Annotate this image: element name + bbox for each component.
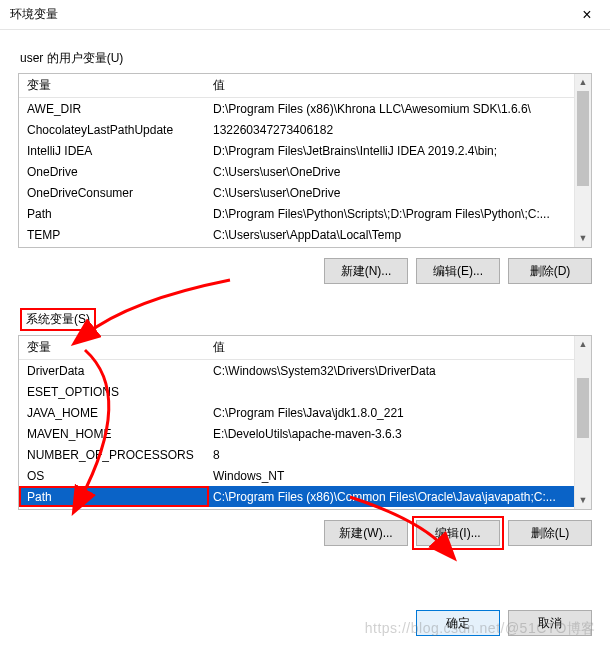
- system-vars-buttons: 新建(W)... 编辑(I)... 删除(L): [18, 520, 592, 546]
- user-vars-list[interactable]: AWE_DIRD:\Program Files (x86)\Khrona LLC…: [19, 98, 591, 245]
- cancel-button[interactable]: 取消: [508, 610, 592, 636]
- table-row[interactable]: ESET_OPTIONS: [19, 381, 591, 402]
- col-header-name[interactable]: 变量: [19, 339, 209, 356]
- user-new-button[interactable]: 新建(N)...: [324, 258, 408, 284]
- table-row[interactable]: AWE_DIRD:\Program Files (x86)\Khrona LLC…: [19, 98, 591, 119]
- scroll-up-icon[interactable]: ▲: [575, 74, 591, 91]
- table-row[interactable]: PathD:\Program Files\Python\Scripts\;D:\…: [19, 203, 591, 224]
- titlebar: 环境变量 ×: [0, 0, 610, 30]
- scrollbar[interactable]: ▲ ▼: [574, 74, 591, 247]
- system-vars-panel: 变量 值 DriverDataC:\Windows\System32\Drive…: [18, 335, 592, 510]
- table-row[interactable]: ChocolateyLastPathUpdate1322603472734061…: [19, 119, 591, 140]
- user-vars-label: user 的用户变量(U): [20, 50, 123, 67]
- table-row[interactable]: TEMPC:\Users\user\AppData\Local\Temp: [19, 224, 591, 245]
- ok-button[interactable]: 确定: [416, 610, 500, 636]
- table-row[interactable]: OSWindows_NT: [19, 465, 591, 486]
- table-row[interactable]: OneDriveConsumerC:\Users\user\OneDrive: [19, 182, 591, 203]
- scroll-down-icon[interactable]: ▼: [575, 230, 591, 247]
- dialog-footer: 确定 取消: [416, 610, 592, 636]
- table-row[interactable]: MAVEN_HOMEE:\DeveloUtils\apache-maven-3.…: [19, 423, 591, 444]
- scroll-down-icon[interactable]: ▼: [575, 492, 591, 509]
- table-row[interactable]: IntelliJ IDEAD:\Program Files\JetBrains\…: [19, 140, 591, 161]
- table-row[interactable]: JAVA_HOMEC:\Program Files\Java\jdk1.8.0_…: [19, 402, 591, 423]
- system-vars-label: 系统变量(S): [20, 308, 96, 331]
- col-header-name[interactable]: 变量: [19, 77, 209, 94]
- system-edit-button[interactable]: 编辑(I)...: [416, 520, 500, 546]
- scroll-thumb[interactable]: [577, 378, 589, 438]
- system-vars-header: 变量 值: [19, 336, 591, 360]
- user-edit-button[interactable]: 编辑(E)...: [416, 258, 500, 284]
- window-title: 环境变量: [10, 6, 58, 23]
- scroll-thumb[interactable]: [577, 91, 589, 186]
- table-row[interactable]: DriverDataC:\Windows\System32\Drivers\Dr…: [19, 360, 591, 381]
- scrollbar[interactable]: ▲ ▼: [574, 336, 591, 509]
- user-vars-panel: 变量 值 AWE_DIRD:\Program Files (x86)\Khron…: [18, 73, 592, 248]
- user-delete-button[interactable]: 删除(D): [508, 258, 592, 284]
- table-row[interactable]: NUMBER_OF_PROCESSORS8: [19, 444, 591, 465]
- scroll-up-icon[interactable]: ▲: [575, 336, 591, 353]
- system-new-button[interactable]: 新建(W)...: [324, 520, 408, 546]
- system-vars-list[interactable]: DriverDataC:\Windows\System32\Drivers\Dr…: [19, 360, 591, 507]
- table-row[interactable]: OneDriveC:\Users\user\OneDrive: [19, 161, 591, 182]
- table-row-path-selected[interactable]: PathC:\Program Files (x86)\Common Files\…: [19, 486, 591, 507]
- close-icon[interactable]: ×: [572, 6, 602, 24]
- col-header-value[interactable]: 值: [209, 77, 591, 94]
- col-header-value[interactable]: 值: [209, 339, 591, 356]
- user-vars-header: 变量 值: [19, 74, 591, 98]
- user-vars-buttons: 新建(N)... 编辑(E)... 删除(D): [18, 258, 592, 284]
- system-delete-button[interactable]: 删除(L): [508, 520, 592, 546]
